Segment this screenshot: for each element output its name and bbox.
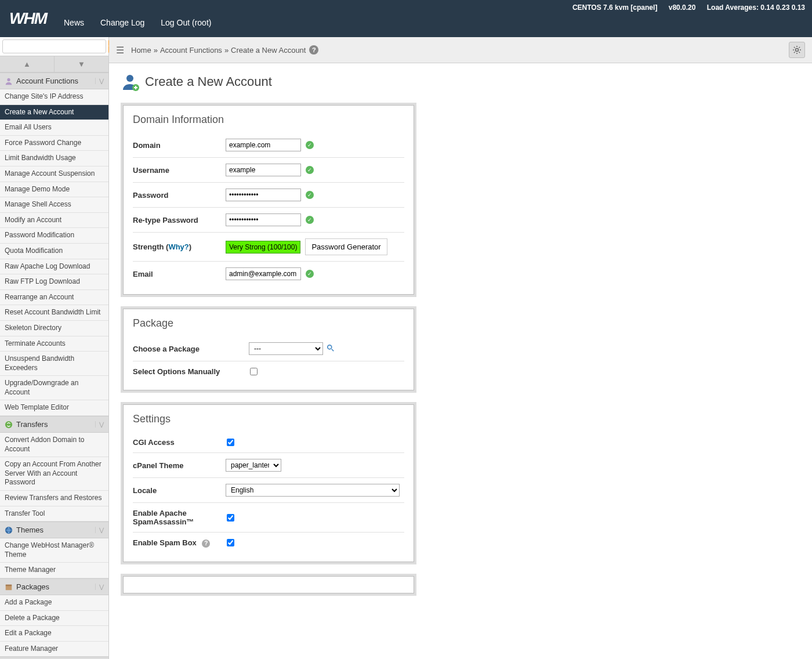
sidebar-item-upgrade[interactable]: Upgrade/Downgrade an Account — [0, 376, 108, 400]
sidebar-item-limit-bandwidth[interactable]: Limit Bandwidth Usage — [0, 151, 108, 166]
why-link[interactable]: Why? — [168, 242, 188, 251]
top-bar: CENTOS 7.6 kvm [cpanel] v80.0.20 Load Av… — [0, 0, 812, 37]
settings-panel: Settings CGI Access cPanel Theme paper_l… — [121, 402, 416, 564]
content-area: Create a New Account Domain Information … — [109, 63, 812, 614]
sidebar-item-change-ip[interactable]: Change Site's IP Address — [0, 89, 108, 105]
select-manually-checkbox[interactable] — [250, 368, 258, 375]
sidebar: ▲ ▼ Account Functions ⋁ Change Site's IP… — [0, 37, 109, 659]
svg-point-9 — [796, 49, 799, 52]
breadcrumb: ☰ Home » Account Functions » Create a Ne… — [109, 37, 812, 63]
nav-collapse-up[interactable]: ▲ — [0, 56, 54, 72]
category-transfers[interactable]: Transfers ⋁ — [0, 416, 108, 433]
category-label: Transfers — [16, 420, 48, 429]
sidebar-item-delete-package[interactable]: Delete a Package — [0, 611, 108, 627]
row-select-manually: Select Options Manually — [133, 361, 404, 382]
label-username: Username — [133, 166, 226, 175]
category-packages[interactable]: Packages ⋁ — [0, 578, 108, 595]
breadcrumb-home[interactable]: Home — [131, 46, 151, 55]
label-spambox: Enable Spam Box ? — [133, 538, 226, 548]
sidebar-item-convert-addon[interactable]: Convert Addon Domain to Account — [0, 433, 108, 457]
category-account-functions[interactable]: Account Functions ⋁ — [0, 73, 108, 89]
search-package-icon[interactable] — [327, 344, 335, 354]
transfers-list: Convert Addon Domain to Account Copy an … — [0, 433, 108, 522]
chevron-down-icon: ⋁ — [95, 421, 104, 428]
sidebar-item-create-account[interactable]: Create a New Account — [0, 105, 108, 121]
sidebar-item-terminate[interactable]: Terminate Accounts — [0, 336, 108, 352]
domain-field[interactable] — [226, 139, 301, 151]
row-theme: cPanel Theme paper_lantern — [133, 453, 404, 478]
panel-title: Domain Information — [133, 114, 404, 126]
account-functions-list: Change Site's IP Address Create a New Ac… — [0, 89, 108, 416]
email-field[interactable] — [226, 267, 301, 280]
spambox-checkbox[interactable] — [227, 539, 234, 546]
package-select[interactable]: --- — [249, 342, 323, 355]
sidebar-item-add-package[interactable]: Add a Package — [0, 595, 108, 611]
sidebar-item-copy-account[interactable]: Copy an Account From Another Server With… — [0, 457, 108, 491]
settings-button[interactable] — [789, 42, 805, 58]
breadcrumb-current: Create a New Account — [231, 46, 306, 55]
sidebar-item-quota-mod[interactable]: Quota Modification — [0, 244, 108, 259]
sidebar-item-password-mod[interactable]: Password Modification — [0, 228, 108, 244]
sidebar-item-reset-bandwidth[interactable]: Reset Account Bandwidth Limit — [0, 305, 108, 321]
row-spamassassin: Enable Apache SpamAssassin™ — [133, 503, 404, 533]
label-locale: Locale — [133, 486, 226, 495]
category-label: Themes — [16, 526, 44, 534]
load-averages: Load Averages: 0.14 0.23 0.13 — [707, 3, 805, 12]
label-spamassassin: Enable Apache SpamAssassin™ — [133, 509, 226, 526]
nav-changelog[interactable]: Change Log — [92, 12, 153, 33]
search-row — [0, 37, 108, 56]
svg-point-10 — [126, 75, 133, 82]
sidebar-item-manage-shell[interactable]: Manage Shell Access — [0, 197, 108, 213]
help-icon[interactable]: ? — [202, 539, 210, 548]
sidebar-item-review-transfers[interactable]: Review Transfers and Restores — [0, 491, 108, 506]
chevron-down-icon: ⋁ — [95, 584, 104, 590]
category-themes[interactable]: Themes ⋁ — [0, 522, 108, 538]
password-generator-button[interactable]: Password Generator — [305, 238, 387, 255]
sidebar-item-edit-package[interactable]: Edit a Package — [0, 626, 108, 642]
sidebar-item-unsuspend[interactable]: Unsuspend Bandwidth Exceeders — [0, 352, 108, 376]
sidebar-item-manage-suspension[interactable]: Manage Account Suspension — [0, 166, 108, 182]
help-icon[interactable]: ? — [309, 45, 318, 55]
nav-collapse-down[interactable]: ▼ — [54, 56, 108, 72]
sidebar-item-theme-manager[interactable]: Theme Manager — [0, 563, 108, 578]
sidebar-item-change-whm-theme[interactable]: Change WebHost Manager® Theme — [0, 538, 108, 563]
cgi-checkbox[interactable] — [227, 439, 234, 446]
themes-list: Change WebHost Manager® Theme Theme Mana… — [0, 538, 108, 578]
username-field[interactable] — [226, 164, 301, 176]
sidebar-item-force-password[interactable]: Force Password Change — [0, 136, 108, 151]
sidebar-item-feature-manager[interactable]: Feature Manager — [0, 642, 108, 657]
row-spambox: Enable Spam Box ? — [133, 533, 404, 553]
theme-select[interactable]: paper_lantern — [226, 459, 281, 472]
nav-news[interactable]: News — [56, 12, 92, 33]
sidebar-item-skeleton[interactable]: Skeleton Directory — [0, 321, 108, 336]
sidebar-item-rearrange[interactable]: Rearrange an Account — [0, 290, 108, 306]
spamassassin-checkbox[interactable] — [227, 514, 234, 522]
nav-logout[interactable]: Log Out (root) — [153, 12, 219, 33]
breadcrumb-section[interactable]: Account Functions — [160, 46, 222, 55]
globe-icon — [5, 526, 13, 534]
sidebar-item-web-template[interactable]: Web Template Editor — [0, 400, 108, 416]
separator: » — [154, 46, 158, 55]
label-password: Password — [133, 191, 226, 200]
sidebar-item-raw-apache[interactable]: Raw Apache Log Download — [0, 259, 108, 275]
main-content: ☰ Home » Account Functions » Create a Ne… — [109, 37, 812, 659]
search-input[interactable] — [2, 39, 106, 53]
svg-point-12 — [328, 345, 332, 349]
category-dns-functions[interactable]: DNS DNS Functions ⋁ — [0, 657, 108, 659]
sidebar-item-transfer-tool[interactable]: Transfer Tool — [0, 506, 108, 522]
sidebar-toggle-icon[interactable]: ☰ — [116, 45, 124, 56]
sidebar-item-manage-demo[interactable]: Manage Demo Mode — [0, 182, 108, 198]
password-field[interactable] — [226, 189, 301, 201]
check-icon: ✓ — [306, 141, 314, 149]
page-heading: Create a New Account — [121, 73, 800, 91]
strength-badge: Very Strong (100/100) — [226, 241, 300, 254]
version-info: v80.0.20 — [669, 3, 696, 12]
row-password: Password ✓ — [133, 183, 404, 208]
locale-select[interactable]: English — [226, 484, 400, 497]
sidebar-item-modify-account[interactable]: Modify an Account — [0, 213, 108, 229]
sidebar-item-raw-ftp[interactable]: Raw FTP Log Download — [0, 274, 108, 290]
row-email: Email ✓ — [133, 262, 404, 286]
retype-password-field[interactable] — [226, 213, 301, 226]
sidebar-item-email-all[interactable]: Email All Users — [0, 120, 108, 136]
row-strength: Strength (Why?) Very Strong (100/100) Pa… — [133, 233, 404, 262]
